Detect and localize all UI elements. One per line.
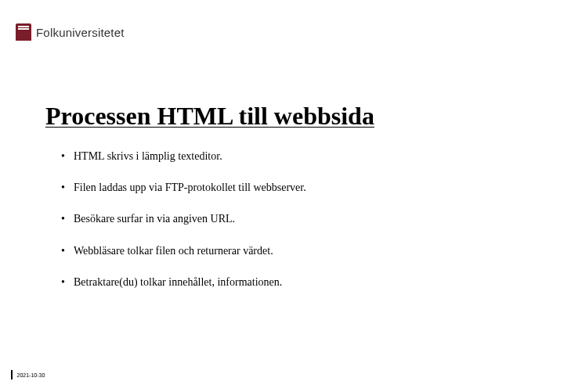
list-item: Besökare surfar in via angiven URL.: [61, 212, 533, 226]
brand-logo: Folkuniversitetet: [16, 23, 125, 41]
logo-mark-icon: [16, 23, 31, 41]
footer-date: 2021-10-30: [17, 372, 45, 378]
brand-name: Folkuniversitetet: [36, 26, 125, 39]
slide-content: Processen HTML till webbsida HTML skrivs…: [45, 102, 533, 307]
page-title: Processen HTML till webbsida: [45, 102, 533, 131]
list-item: HTML skrivs i lämplig texteditor.: [61, 149, 533, 164]
footer: 2021-10-30: [11, 370, 45, 379]
list-item: Webbläsare tolkar filen och returnerar v…: [61, 244, 533, 258]
bullet-list: HTML skrivs i lämplig texteditor. Filen …: [45, 149, 533, 290]
list-item: Betraktare(du) tolkar innehållet, inform…: [61, 275, 533, 290]
list-item: Filen laddas upp via FTP-protokollet til…: [61, 181, 533, 195]
footer-accent-bar: [11, 370, 13, 379]
